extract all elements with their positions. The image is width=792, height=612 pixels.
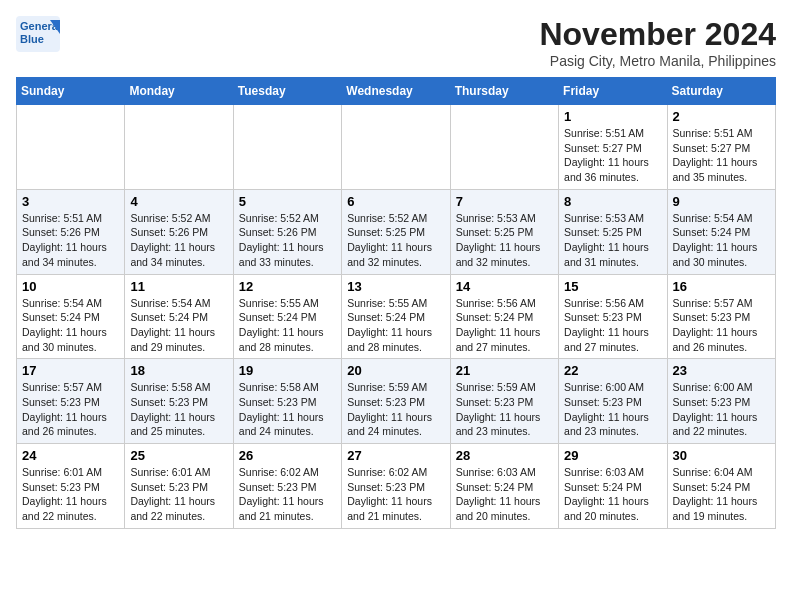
day-info: Sunrise: 5:55 AM Sunset: 5:24 PM Dayligh… [347,296,444,355]
calendar-cell: 12Sunrise: 5:55 AM Sunset: 5:24 PM Dayli… [233,274,341,359]
calendar-cell [17,105,125,190]
calendar-cell: 28Sunrise: 6:03 AM Sunset: 5:24 PM Dayli… [450,444,558,529]
calendar-cell: 4Sunrise: 5:52 AM Sunset: 5:26 PM Daylig… [125,189,233,274]
calendar-cell: 11Sunrise: 5:54 AM Sunset: 5:24 PM Dayli… [125,274,233,359]
title-area: November 2024 Pasig City, Metro Manila, … [539,16,776,69]
day-number: 4 [130,194,227,209]
day-number: 3 [22,194,119,209]
weekday-header-thursday: Thursday [450,78,558,105]
day-info: Sunrise: 6:03 AM Sunset: 5:24 PM Dayligh… [456,465,553,524]
day-info: Sunrise: 5:57 AM Sunset: 5:23 PM Dayligh… [673,296,770,355]
day-info: Sunrise: 5:55 AM Sunset: 5:24 PM Dayligh… [239,296,336,355]
calendar-cell: 7Sunrise: 5:53 AM Sunset: 5:25 PM Daylig… [450,189,558,274]
calendar-cell: 27Sunrise: 6:02 AM Sunset: 5:23 PM Dayli… [342,444,450,529]
day-number: 11 [130,279,227,294]
calendar-cell: 8Sunrise: 5:53 AM Sunset: 5:25 PM Daylig… [559,189,667,274]
calendar-table: SundayMondayTuesdayWednesdayThursdayFrid… [16,77,776,529]
day-number: 6 [347,194,444,209]
day-info: Sunrise: 5:53 AM Sunset: 5:25 PM Dayligh… [456,211,553,270]
calendar-cell: 30Sunrise: 6:04 AM Sunset: 5:24 PM Dayli… [667,444,775,529]
logo: General Blue [16,16,64,52]
day-info: Sunrise: 6:04 AM Sunset: 5:24 PM Dayligh… [673,465,770,524]
day-info: Sunrise: 5:51 AM Sunset: 5:26 PM Dayligh… [22,211,119,270]
day-number: 12 [239,279,336,294]
month-title: November 2024 [539,16,776,53]
day-number: 8 [564,194,661,209]
calendar-week-row: 3Sunrise: 5:51 AM Sunset: 5:26 PM Daylig… [17,189,776,274]
calendar-cell: 16Sunrise: 5:57 AM Sunset: 5:23 PM Dayli… [667,274,775,359]
calendar-cell: 29Sunrise: 6:03 AM Sunset: 5:24 PM Dayli… [559,444,667,529]
day-number: 1 [564,109,661,124]
calendar-cell: 14Sunrise: 5:56 AM Sunset: 5:24 PM Dayli… [450,274,558,359]
day-info: Sunrise: 6:00 AM Sunset: 5:23 PM Dayligh… [564,380,661,439]
day-number: 10 [22,279,119,294]
page-header: General Blue November 2024 Pasig City, M… [16,16,776,69]
day-number: 2 [673,109,770,124]
calendar-week-row: 1Sunrise: 5:51 AM Sunset: 5:27 PM Daylig… [17,105,776,190]
location-title: Pasig City, Metro Manila, Philippines [539,53,776,69]
calendar-cell: 3Sunrise: 5:51 AM Sunset: 5:26 PM Daylig… [17,189,125,274]
day-info: Sunrise: 5:52 AM Sunset: 5:25 PM Dayligh… [347,211,444,270]
calendar-week-row: 17Sunrise: 5:57 AM Sunset: 5:23 PM Dayli… [17,359,776,444]
day-info: Sunrise: 5:52 AM Sunset: 5:26 PM Dayligh… [239,211,336,270]
day-info: Sunrise: 6:03 AM Sunset: 5:24 PM Dayligh… [564,465,661,524]
day-number: 16 [673,279,770,294]
day-number: 29 [564,448,661,463]
day-number: 30 [673,448,770,463]
calendar-cell: 18Sunrise: 5:58 AM Sunset: 5:23 PM Dayli… [125,359,233,444]
weekday-header-wednesday: Wednesday [342,78,450,105]
calendar-cell: 13Sunrise: 5:55 AM Sunset: 5:24 PM Dayli… [342,274,450,359]
calendar-cell: 5Sunrise: 5:52 AM Sunset: 5:26 PM Daylig… [233,189,341,274]
calendar-cell: 19Sunrise: 5:58 AM Sunset: 5:23 PM Dayli… [233,359,341,444]
day-number: 24 [22,448,119,463]
calendar-cell: 23Sunrise: 6:00 AM Sunset: 5:23 PM Dayli… [667,359,775,444]
calendar-cell: 22Sunrise: 6:00 AM Sunset: 5:23 PM Dayli… [559,359,667,444]
day-info: Sunrise: 6:02 AM Sunset: 5:23 PM Dayligh… [347,465,444,524]
calendar-cell: 26Sunrise: 6:02 AM Sunset: 5:23 PM Dayli… [233,444,341,529]
day-info: Sunrise: 6:02 AM Sunset: 5:23 PM Dayligh… [239,465,336,524]
calendar-cell: 9Sunrise: 5:54 AM Sunset: 5:24 PM Daylig… [667,189,775,274]
calendar-week-row: 10Sunrise: 5:54 AM Sunset: 5:24 PM Dayli… [17,274,776,359]
weekday-header-tuesday: Tuesday [233,78,341,105]
calendar-cell: 25Sunrise: 6:01 AM Sunset: 5:23 PM Dayli… [125,444,233,529]
day-number: 17 [22,363,119,378]
calendar-cell: 6Sunrise: 5:52 AM Sunset: 5:25 PM Daylig… [342,189,450,274]
weekday-header-saturday: Saturday [667,78,775,105]
day-info: Sunrise: 5:59 AM Sunset: 5:23 PM Dayligh… [456,380,553,439]
svg-text:Blue: Blue [20,33,44,45]
day-info: Sunrise: 5:57 AM Sunset: 5:23 PM Dayligh… [22,380,119,439]
day-info: Sunrise: 5:54 AM Sunset: 5:24 PM Dayligh… [130,296,227,355]
calendar-cell: 2Sunrise: 5:51 AM Sunset: 5:27 PM Daylig… [667,105,775,190]
day-number: 7 [456,194,553,209]
calendar-week-row: 24Sunrise: 6:01 AM Sunset: 5:23 PM Dayli… [17,444,776,529]
calendar-cell [233,105,341,190]
day-number: 14 [456,279,553,294]
calendar-cell: 10Sunrise: 5:54 AM Sunset: 5:24 PM Dayli… [17,274,125,359]
day-number: 20 [347,363,444,378]
day-info: Sunrise: 5:59 AM Sunset: 5:23 PM Dayligh… [347,380,444,439]
day-number: 28 [456,448,553,463]
day-number: 18 [130,363,227,378]
day-number: 13 [347,279,444,294]
day-info: Sunrise: 6:00 AM Sunset: 5:23 PM Dayligh… [673,380,770,439]
day-info: Sunrise: 5:56 AM Sunset: 5:24 PM Dayligh… [456,296,553,355]
day-info: Sunrise: 5:51 AM Sunset: 5:27 PM Dayligh… [564,126,661,185]
day-number: 21 [456,363,553,378]
calendar-cell: 24Sunrise: 6:01 AM Sunset: 5:23 PM Dayli… [17,444,125,529]
day-number: 22 [564,363,661,378]
day-number: 19 [239,363,336,378]
day-number: 5 [239,194,336,209]
day-info: Sunrise: 5:58 AM Sunset: 5:23 PM Dayligh… [239,380,336,439]
weekday-header-monday: Monday [125,78,233,105]
day-info: Sunrise: 6:01 AM Sunset: 5:23 PM Dayligh… [22,465,119,524]
day-info: Sunrise: 5:54 AM Sunset: 5:24 PM Dayligh… [22,296,119,355]
day-number: 26 [239,448,336,463]
day-number: 9 [673,194,770,209]
day-info: Sunrise: 6:01 AM Sunset: 5:23 PM Dayligh… [130,465,227,524]
calendar-cell [342,105,450,190]
calendar-cell [125,105,233,190]
day-info: Sunrise: 5:52 AM Sunset: 5:26 PM Dayligh… [130,211,227,270]
calendar-cell: 17Sunrise: 5:57 AM Sunset: 5:23 PM Dayli… [17,359,125,444]
calendar-cell: 21Sunrise: 5:59 AM Sunset: 5:23 PM Dayli… [450,359,558,444]
day-info: Sunrise: 5:54 AM Sunset: 5:24 PM Dayligh… [673,211,770,270]
